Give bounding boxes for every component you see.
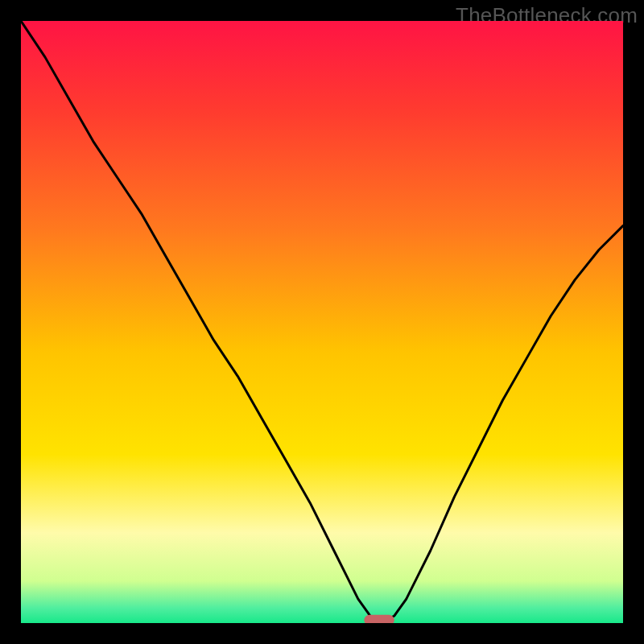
optimal-marker	[364, 615, 394, 623]
gradient-background	[21, 21, 623, 623]
plot-area	[21, 21, 623, 623]
chart-svg	[21, 21, 623, 623]
chart-frame: TheBottleneck.com	[0, 0, 644, 644]
